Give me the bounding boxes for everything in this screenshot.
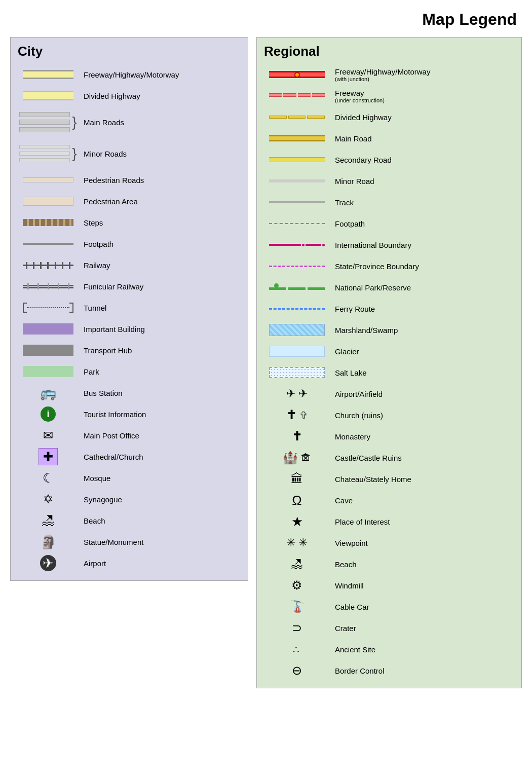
park-label: Park xyxy=(79,367,99,376)
freeway-label: Freeway/Highway/Motorway xyxy=(79,70,179,79)
reg-saltlake-symbol xyxy=(264,367,330,378)
dashed-seg-3 xyxy=(298,93,311,97)
monastery-icon: ✝ xyxy=(292,429,302,443)
list-item: ⊖ Border Control xyxy=(264,660,514,681)
post-office-symbol: ✉ xyxy=(18,428,79,442)
list-item: ✉ Main Post Office xyxy=(18,425,241,446)
reg-cave-label: Cave xyxy=(330,496,353,505)
funicular-icon xyxy=(23,282,73,290)
star-of-david-icon: ✡ xyxy=(43,492,53,506)
divided-highway-icon xyxy=(23,91,73,100)
list-item: ⚙ Windmill xyxy=(264,575,514,596)
reg-mainroad-label: Main Road xyxy=(330,134,372,143)
transport-hub-label: Transport Hub xyxy=(79,346,132,355)
minor-line-2 xyxy=(19,152,70,156)
reg-church-label: Church (ruins) xyxy=(330,411,383,420)
list-item: Important Building xyxy=(18,319,241,339)
post-office-label: Main Post Office xyxy=(79,431,139,440)
transport-hub-symbol xyxy=(18,345,79,356)
divided-seg xyxy=(288,116,306,119)
main-roads-bracket: } xyxy=(19,112,77,132)
dashed-seg-2 xyxy=(283,93,296,97)
city-heading: City xyxy=(18,44,241,59)
funicular-tie xyxy=(68,283,69,289)
beach-city-label: Beach xyxy=(79,516,105,525)
reg-track-symbol xyxy=(264,201,330,203)
important-building-label: Important Building xyxy=(79,325,145,334)
pedestrian-roads-symbol xyxy=(18,177,79,182)
railway-icon xyxy=(23,261,73,269)
beach-city-icon: 🏖 xyxy=(42,513,55,529)
tunnel-icon xyxy=(23,303,73,313)
airport-city-label: Airport xyxy=(79,559,106,568)
natpark-dash xyxy=(308,287,325,290)
reg-ancient-symbol: ∴ xyxy=(264,643,330,655)
minor-roads-lines xyxy=(19,145,70,162)
list-item: Divided Highway xyxy=(18,86,241,106)
reg-secondary-icon xyxy=(269,157,325,162)
border-control-icon: ⊖ xyxy=(292,663,302,678)
list-item: Salt Lake xyxy=(264,362,514,383)
railway-tie xyxy=(26,262,27,269)
reg-natpark-symbol xyxy=(264,283,330,291)
cave-icon: Ω xyxy=(292,493,301,508)
main-roads-lines xyxy=(19,112,70,132)
reg-state-boundary-icon xyxy=(269,266,325,267)
list-item: ⊃ Crater xyxy=(264,618,514,638)
reg-church-symbol: ✝ ✞ xyxy=(264,408,330,422)
reg-viewpoint-symbol: ✳ ✳ xyxy=(264,536,330,549)
reg-freeway-under-icon xyxy=(269,93,325,98)
railway-label: Railway xyxy=(79,261,110,270)
reg-airport-label: Airport/Airfield xyxy=(330,390,383,398)
reg-cave-symbol: Ω xyxy=(264,493,330,508)
reg-border-label: Border Control xyxy=(330,667,385,675)
reg-freeway-under-sublabel: (under construction) xyxy=(335,97,385,103)
reg-poi-label: Place of Interest xyxy=(330,517,390,526)
park-symbol xyxy=(18,366,79,377)
reg-viewpoint-icon: ✳ ✳ xyxy=(286,536,308,549)
reg-marshland-icon xyxy=(269,324,325,336)
regional-heading: Regional xyxy=(264,44,514,59)
regional-panel: Regional Freeway/Highway/Motorway(with j… xyxy=(256,37,522,688)
pedestrian-area-symbol xyxy=(18,197,79,206)
funicular-tie xyxy=(37,283,39,289)
right-bracket-icon: } xyxy=(72,115,77,129)
minor-roads-symbol: } xyxy=(18,145,79,162)
footpath-label: Footpath xyxy=(79,240,113,248)
windmill-icon: ⚙ xyxy=(291,578,302,593)
list-item: 🚌 Bus Station xyxy=(18,383,241,403)
list-item: ✝ ✞ Church (ruins) xyxy=(264,405,514,425)
viewpoint-icon: ✳ xyxy=(286,536,295,549)
reg-marshland-label: Marshland/Swamp xyxy=(330,326,398,335)
list-item: ☾ Mosque xyxy=(18,468,241,488)
funicular-tie xyxy=(48,283,49,289)
cross-solid-icon: ✝ xyxy=(286,408,296,422)
envelope-icon: ✉ xyxy=(43,428,53,442)
list-item: ∴ Ancient Site xyxy=(264,639,514,659)
steps-icon xyxy=(23,219,73,226)
list-item: Ω Cave xyxy=(264,490,514,510)
cross-outline-icon: ✞ xyxy=(299,409,308,421)
list-item: Ferry Route xyxy=(264,299,514,319)
reg-secondary-label: Secondary Road xyxy=(330,156,392,164)
important-building-icon xyxy=(23,323,73,335)
list-item: Tunnel xyxy=(18,298,241,318)
mosque-symbol: ☾ xyxy=(18,470,79,486)
list-item: National Park/Reserve xyxy=(264,277,514,298)
reg-castle-icon: 🏰 🏚 xyxy=(283,451,311,465)
intl-dash xyxy=(306,244,321,246)
list-item: } Main Roads xyxy=(18,107,241,137)
bus-station-symbol: 🚌 xyxy=(18,385,79,401)
funicular-tie xyxy=(27,283,29,289)
list-item: Marshland/Swamp xyxy=(264,320,514,340)
statue-symbol: 🗿 xyxy=(18,534,79,550)
list-item: 🗿 Statue/Monument xyxy=(18,532,241,552)
cablecar-icon: 🚡 xyxy=(290,600,304,613)
reg-ancient-label: Ancient Site xyxy=(330,645,375,654)
ancient-site-icon: ∴ xyxy=(293,643,301,655)
tourist-info-symbol: i xyxy=(18,406,79,422)
minor-line-3 xyxy=(19,158,70,162)
beach-city-symbol: 🏖 xyxy=(18,513,79,529)
reg-airport-icon: ✈ ✈ xyxy=(286,387,308,400)
reg-crater-symbol: ⊃ xyxy=(264,621,330,635)
